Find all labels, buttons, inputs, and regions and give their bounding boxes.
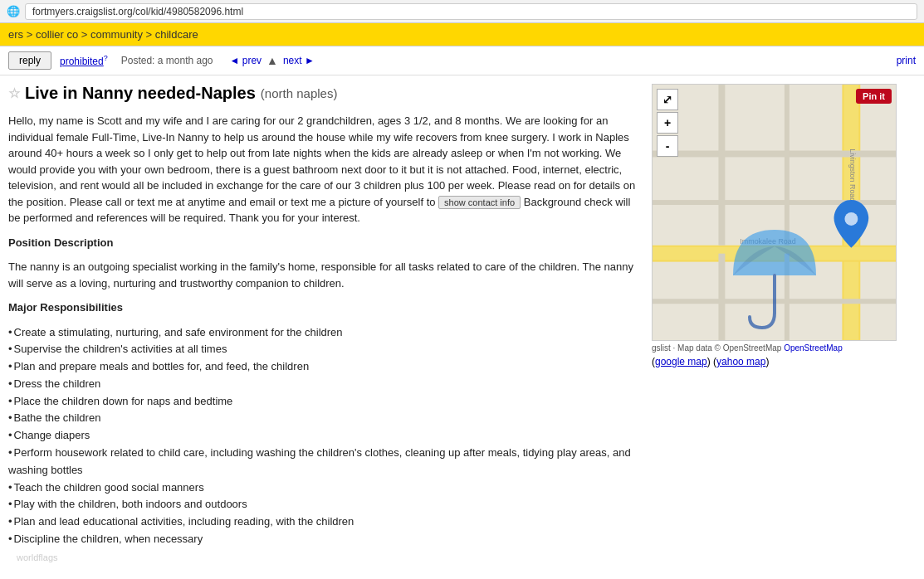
post-title: ☆ Live in Nanny needed-Naples (north nap… bbox=[8, 84, 639, 103]
svg-text:Livingston Road: Livingston Road bbox=[848, 148, 857, 202]
prohibited-sup: ? bbox=[104, 54, 108, 62]
breadcrumb-item-4[interactable]: childcare bbox=[155, 28, 198, 41]
list-item: Plan and lead educational activities, in… bbox=[8, 513, 639, 531]
body-intro-text: Hello, my name is Scott and my wife and … bbox=[8, 114, 635, 208]
up-arrow[interactable]: ▲ bbox=[266, 54, 278, 67]
major-responsibilities-title: Major Responsibilities bbox=[8, 299, 639, 316]
list-item: Discipline the children, when necessary bbox=[8, 531, 639, 548]
list-item: Teach the children good social manners bbox=[8, 479, 639, 497]
svg-point-15 bbox=[844, 212, 858, 226]
posted-text: Posted: a month ago bbox=[121, 55, 213, 66]
map-controls: ⤢ + - bbox=[657, 89, 678, 157]
svg-rect-5 bbox=[653, 151, 896, 158]
print-link[interactable]: print bbox=[897, 55, 916, 66]
title-sub: (north naples) bbox=[261, 86, 338, 100]
map-area: Livingston Road Immokalee Road ⤢ + - Pin… bbox=[652, 84, 909, 557]
post-body: Hello, my name is Scott and my wife and … bbox=[8, 113, 639, 548]
nav-links: ◄ prev ▲ next ► bbox=[230, 54, 315, 67]
world-watermark: worldflags bbox=[17, 552, 58, 562]
position-description-text: The nanny is an outgoing specialist work… bbox=[8, 259, 639, 291]
list-item: Create a stimulating, nurturing, and saf… bbox=[8, 324, 639, 342]
breadcrumb-sep-1: > bbox=[27, 28, 36, 41]
show-contact-button[interactable]: show contact info bbox=[438, 196, 521, 209]
title-main: Live in Nanny needed-Naples bbox=[25, 84, 256, 103]
fullscreen-button[interactable]: ⤢ bbox=[657, 89, 678, 110]
prohibited-container: prohibited? bbox=[60, 54, 108, 67]
pin-it-button[interactable]: Pin it bbox=[856, 89, 892, 104]
responsibilities-list: Create a stimulating, nurturing, and saf… bbox=[8, 324, 639, 548]
list-item: Place the children down for naps and bed… bbox=[8, 393, 639, 411]
prohibited-link[interactable]: prohibited bbox=[60, 56, 104, 67]
breadcrumb-sep-3: > bbox=[146, 28, 155, 41]
toolbar: reply prohibited? Posted: a month ago ◄ … bbox=[0, 46, 924, 75]
zoom-out-button[interactable]: - bbox=[657, 135, 678, 157]
browser-icon: 🌐 bbox=[7, 5, 20, 17]
list-item: Plan and prepare meals and bottles for, … bbox=[8, 358, 639, 376]
map-container: Livingston Road Immokalee Road ⤢ + - Pin… bbox=[652, 84, 897, 341]
openstreetmap-link[interactable]: OpenStreetMap bbox=[784, 343, 843, 353]
breadcrumb-item-3[interactable]: community bbox=[90, 28, 143, 41]
breadcrumb: ers > collier co > community > childcare bbox=[0, 23, 924, 46]
list-item: Perform housework related to child care,… bbox=[8, 445, 639, 479]
list-item: Play with the children, both indoors and… bbox=[8, 496, 639, 513]
browser-bar: 🌐 fortmyers.craigslist.org/col/kid/49805… bbox=[0, 0, 924, 23]
breadcrumb-item-1[interactable]: ers bbox=[8, 28, 23, 41]
umbrella-watermark bbox=[725, 221, 824, 332]
list-item: Dress the children bbox=[8, 376, 639, 393]
prev-link[interactable]: ◄ prev bbox=[230, 55, 262, 66]
map-links: (google map) (yahoo map) bbox=[652, 356, 909, 367]
google-map-link[interactable]: google map bbox=[655, 356, 707, 367]
map-attribution: gslist · Map data © OpenStreetMap OpenSt… bbox=[652, 343, 909, 353]
star-icon[interactable]: ☆ bbox=[8, 85, 20, 101]
address-bar[interactable]: fortmyers.craigslist.org/col/kid/4980582… bbox=[25, 3, 917, 20]
body-intro-paragraph: Hello, my name is Scott and my wife and … bbox=[8, 113, 639, 226]
list-item: Change diapers bbox=[8, 427, 639, 445]
yahoo-map-link[interactable]: yahoo map bbox=[716, 356, 765, 367]
main-content: ☆ Live in Nanny needed-Naples (north nap… bbox=[0, 75, 924, 565]
breadcrumb-item-2[interactable]: collier co bbox=[36, 28, 78, 41]
article-area: ☆ Live in Nanny needed-Naples (north nap… bbox=[8, 84, 639, 557]
position-description-title: Position Description bbox=[8, 235, 639, 251]
next-link[interactable]: next ► bbox=[283, 55, 315, 66]
zoom-in-button[interactable]: + bbox=[657, 112, 678, 134]
reply-button[interactable]: reply bbox=[8, 51, 51, 70]
breadcrumb-sep-2: > bbox=[81, 28, 90, 41]
list-item: Supervise the children's activities at a… bbox=[8, 341, 639, 358]
list-item: Bathe the children bbox=[8, 410, 639, 427]
